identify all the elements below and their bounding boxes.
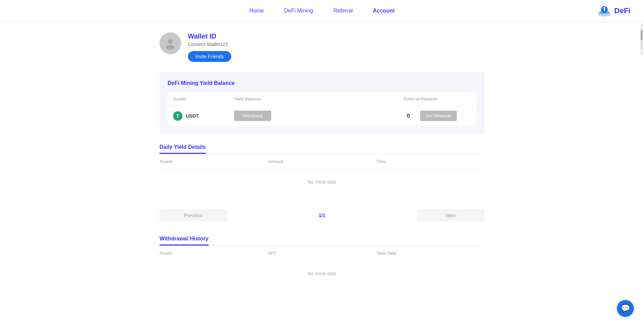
- nav-links: Home DeFi Mining Referral Account: [250, 8, 395, 14]
- withdraw-button[interactable]: Withdraw1: [234, 111, 271, 121]
- yield-table-row: T USDT Withdraw1 0 Get Rewards: [168, 106, 476, 126]
- navbar: Home DeFi Mining Referral Account DeFi: [0, 0, 644, 22]
- yield-table-header: Assets Yield Balance Referral Rewards: [168, 92, 476, 106]
- logo-text: DeFi: [614, 6, 630, 15]
- daily-col-amount: Amount: [268, 159, 376, 164]
- withdrawal-title: Withdrawal History: [159, 236, 209, 246]
- daily-col-time: Time: [376, 159, 485, 164]
- logo-icon: [597, 5, 611, 17]
- chat-button[interactable]: 💬: [617, 300, 634, 317]
- col-yield-balance: Yield Balance: [234, 96, 403, 101]
- asset-name: USDT: [186, 113, 199, 119]
- invite-friends-button[interactable]: Invite Friends: [188, 51, 231, 62]
- wallet-address: Connect Wallet123: [188, 42, 231, 47]
- yield-balance-title: DeFi Mining Yield Balance: [168, 80, 476, 86]
- usdt-icon: T: [173, 111, 183, 121]
- previous-button[interactable]: Previous: [159, 209, 227, 221]
- nav-referral[interactable]: Referral: [334, 8, 353, 14]
- daily-yield-title: Daily Yield Details: [159, 144, 206, 154]
- person-icon: [164, 37, 176, 49]
- page-indicator: 1/1: [319, 213, 325, 218]
- nav-home[interactable]: Home: [250, 8, 264, 14]
- chat-icon: 💬: [621, 304, 630, 313]
- col-referral-rewards: Referral Rewards: [403, 96, 471, 101]
- withdrawal-col-total-yield: Total Yield: [376, 251, 485, 256]
- profile-section: Wallet ID Connect Wallet123 Invite Frien…: [159, 32, 485, 62]
- nav-defi-mining[interactable]: DeFi Mining: [284, 8, 313, 14]
- withdrawal-no-data: No more data: [159, 261, 485, 287]
- logo-area: DeFi: [597, 5, 630, 17]
- withdrawal-header: Assets APY Total Yield: [159, 246, 485, 261]
- nav-account[interactable]: Account: [373, 8, 394, 14]
- profile-info: Wallet ID Connect Wallet123 Invite Frien…: [188, 32, 231, 62]
- wallet-id-title: Wallet ID: [188, 32, 231, 40]
- daily-yield-header: Assets Amount Time: [159, 154, 485, 169]
- col-assets: Assets: [173, 96, 234, 101]
- withdrawal-col-apy: APY: [268, 251, 376, 256]
- pagination: Previous 1/1 Next: [159, 205, 485, 226]
- avatar: [159, 32, 181, 54]
- scrollbar[interactable]: ▲ ▼: [639, 22, 644, 56]
- asset-cell: T USDT: [173, 111, 234, 121]
- yield-balance-cell: Withdraw1: [234, 111, 403, 121]
- get-rewards-button[interactable]: Get Rewards: [420, 111, 457, 121]
- referral-rewards-cell: 0 Get Rewards: [403, 111, 471, 121]
- daily-yield-no-data: No more data: [159, 169, 485, 195]
- daily-col-assets: Assets: [159, 159, 268, 164]
- rewards-value: 0: [403, 113, 413, 119]
- yield-table: Assets Yield Balance Referral Rewards T …: [168, 92, 476, 126]
- yield-balance-card: DeFi Mining Yield Balance Assets Yield B…: [159, 72, 485, 134]
- svg-point-3: [168, 39, 173, 44]
- withdrawal-col-assets: Assets: [159, 251, 268, 256]
- next-button[interactable]: Next: [417, 209, 485, 221]
- withdrawal-section: Withdrawal History Assets APY Total Yiel…: [159, 236, 485, 287]
- svg-point-4: [166, 45, 175, 49]
- daily-yield-section: Daily Yield Details Assets Amount Time N…: [159, 144, 485, 195]
